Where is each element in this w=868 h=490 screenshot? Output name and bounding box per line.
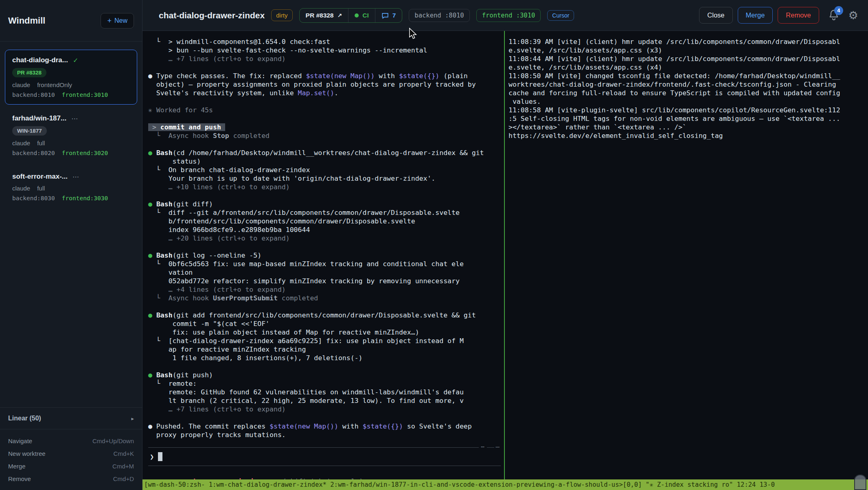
terminal-line: … +20 lines (ctrl+o to expand)	[148, 234, 504, 243]
terminal-line	[148, 243, 504, 251]
new-button-label: New	[114, 17, 127, 24]
terminal-line: ● Bash(cd /home/farhad/Desktop/windmill_…	[148, 149, 504, 157]
worktree-card[interactable]: farhad/win-187...⋯WIN-1877claudefullback…	[5, 108, 137, 163]
backend-port-badge[interactable]: backend :8010	[409, 9, 469, 22]
shortcut-row[interactable]: MergeCmd+M	[8, 460, 134, 472]
vite-log-output: 11:08:39 AM [vite] (client) hmr update /…	[505, 31, 868, 140]
shortcut-label: Navigate	[8, 438, 32, 444]
terminal-line: └ Async hook Stop completed	[148, 131, 504, 140]
terminal-line: … +7 lines (ctrl+o to expand)	[148, 55, 504, 63]
mouse-cursor-icon	[408, 28, 418, 40]
shortcut-row[interactable]: NavigateCmd+Up/Down	[8, 435, 134, 447]
terminal-line: lt branch (2 critical, 22 high, 25 moder…	[148, 396, 504, 405]
terminal-line: ● Bash(git diff)	[148, 200, 504, 208]
settings-gear-icon[interactable]: ⚙	[848, 9, 858, 22]
tmux-status-bar: [wm-dash-50:zsh- 1:wm-chat-dialog-drawer…	[142, 479, 868, 490]
terminal-line	[148, 140, 504, 149]
frontend-port-badge[interactable]: frontend :3010	[476, 9, 541, 22]
terminal-line: └ On branch chat-dialog-drawer-zindex	[148, 166, 504, 174]
shortcut-keys: Cmd+K	[114, 450, 134, 457]
terminal-line: 1 file changed, 8 insertions(+), 7 delet…	[148, 354, 504, 362]
terminal-line: b/frontend/src/lib/components/common/dra…	[148, 217, 504, 225]
backend-port: backend:8010	[12, 92, 55, 98]
terminal-line: ></textarea>` rather than `<textarea ...…	[509, 123, 868, 131]
terminal-line: index 966bd8cfe9..e2898eb9ba 100644	[148, 225, 504, 234]
dirty-badge: dirty	[271, 9, 292, 21]
worktree-ports: backend:8010frontend:3010	[12, 92, 130, 98]
terminal-line: vation	[148, 268, 504, 277]
new-worktree-button[interactable]: + New	[101, 13, 134, 28]
shortcut-list: NavigateCmd+Up/DownNew worktreeCmd+KMerg…	[0, 429, 142, 490]
worktree-title: farhad/win-187...	[12, 114, 66, 122]
claude-terminal-pane[interactable]: └ > windmill-components@1.654.0 check:fa…	[142, 31, 504, 479]
pr-comments[interactable]: 7	[375, 9, 402, 22]
merge-button[interactable]: Merge	[738, 7, 773, 24]
worktree-card[interactable]: chat-dialog-dra...✓PR #8328claudefronten…	[5, 50, 137, 105]
linear-section-toggle[interactable]: Linear (50) ▸	[0, 407, 142, 429]
divider-dots-icon: ⋯	[479, 443, 487, 451]
pr-number: PR #8328	[306, 12, 334, 19]
header-left-group: chat-dialog-drawer-zindex dirty PR #8328…	[159, 8, 574, 23]
terminal-line: ● Bash(git push)	[148, 371, 504, 379]
terminal-line: e.svelte, /src/lib/assets/app.css (x3)	[509, 46, 868, 55]
prompt-input[interactable]: ⋯ – ❯	[148, 447, 501, 466]
comment-count: 7	[392, 12, 396, 19]
terminal-line	[148, 191, 504, 200]
terminal-line: └ 0bf6c5d563 fix: use map-based minZInde…	[148, 260, 504, 268]
terminal-line	[148, 302, 504, 311]
terminal-line: object) — property assignments on proxie…	[148, 80, 504, 89]
shortcut-row[interactable]: New worktreeCmd+K	[8, 447, 134, 460]
terminal-line: status)	[148, 157, 504, 166]
cursor-badge[interactable]: Cursor	[547, 10, 574, 21]
agent-label: claude	[12, 185, 30, 192]
agent-label: claude	[12, 81, 30, 88]
shortcut-label: New worktree	[8, 450, 46, 457]
ci-status[interactable]: CI	[348, 9, 375, 22]
mode-label: full	[37, 185, 45, 192]
shortcut-label: Remove	[8, 475, 31, 482]
frontend-port: frontend:3030	[62, 195, 108, 201]
comment-bubble-icon	[381, 12, 389, 19]
worktree-card[interactable]: soft-error-max-...⋯claudefullbackend:803…	[5, 166, 137, 208]
corner-widget[interactable]	[854, 475, 866, 490]
check-icon: ✓	[73, 57, 78, 64]
worktree-meta: claudefrontendOnly	[12, 81, 130, 88]
shortcut-row[interactable]: RemoveCmd+D	[8, 472, 134, 485]
terminal-line: worktrees/chat-dialog-drawer-zindex/fron…	[509, 80, 868, 89]
ellipsis-menu-icon[interactable]: ⋯	[71, 115, 79, 122]
remove-button[interactable]: Remove	[778, 7, 819, 24]
mode-label: frontendOnly	[37, 81, 72, 88]
frontend-port: frontend:3020	[62, 150, 108, 156]
sidebar-header: Windmill + New	[0, 0, 142, 42]
terminal-line: 11:08:39 AM [vite] (client) hmr update /…	[509, 37, 868, 46]
terminal-line: ● Bash(git log --oneline -5)	[148, 251, 504, 260]
terminal-line: … +4 lines (ctrl+o to expand)	[148, 285, 504, 294]
pr-pill: PR #8328 ↗ CI 7	[299, 8, 403, 23]
terminal-line: Your branch is up to date with 'origin/c…	[148, 174, 504, 183]
terminal-line: 11:08:50 AM [vite] changed tsconfig file…	[509, 72, 868, 80]
terminal-line: ● Bash(git add frontend/src/lib/componen…	[148, 311, 504, 319]
terminal-line: commit -m "$(cat <<'EOF'	[148, 319, 504, 328]
terminal-line: 11:08:58 AM [vite-plugin-svelte] src/lib…	[509, 106, 868, 114]
terminal-line: ● Pushed. The commit replaces $state(new…	[148, 422, 504, 431]
terminal-line: 11:08:44 AM [vite] (client) hmr update /…	[509, 55, 868, 63]
agent-label: claude	[12, 140, 30, 147]
close-button[interactable]: Close	[699, 7, 732, 24]
terminal-line: ● Type check passes. The fix: replaced $…	[148, 72, 504, 80]
chevron-right-icon: ▸	[131, 416, 134, 422]
terminal-line: Svelte's reactivity system, unlike Map.s…	[148, 89, 504, 97]
worktree-badge: PR #8328	[12, 68, 46, 77]
terminal-area: └ > windmill-components@1.654.0 check:fa…	[142, 31, 868, 490]
terminal-line: cache and forcing full-reload to ensure …	[509, 89, 868, 97]
terminal-line	[148, 362, 504, 371]
worktree-list: chat-dialog-dra...✓PR #8328claudefronten…	[0, 42, 142, 208]
terminal-line	[148, 413, 504, 422]
shortcut-label: Merge	[8, 463, 26, 470]
permission-mode-indicator[interactable]: ▶▶bypass permissions on (shift+tab to cy…	[153, 470, 363, 479]
header: chat-dialog-drawer-zindex dirty PR #8328…	[142, 0, 868, 31]
pr-link[interactable]: PR #8328 ↗	[300, 9, 349, 22]
ellipsis-menu-icon[interactable]: ⋯	[72, 173, 80, 181]
dev-server-log-pane[interactable]: 11:08:39 AM [vite] (client) hmr update /…	[505, 31, 868, 479]
worktree-ports: backend:8030frontend:3030	[12, 195, 130, 201]
notifications-button[interactable]: 4	[828, 9, 840, 22]
